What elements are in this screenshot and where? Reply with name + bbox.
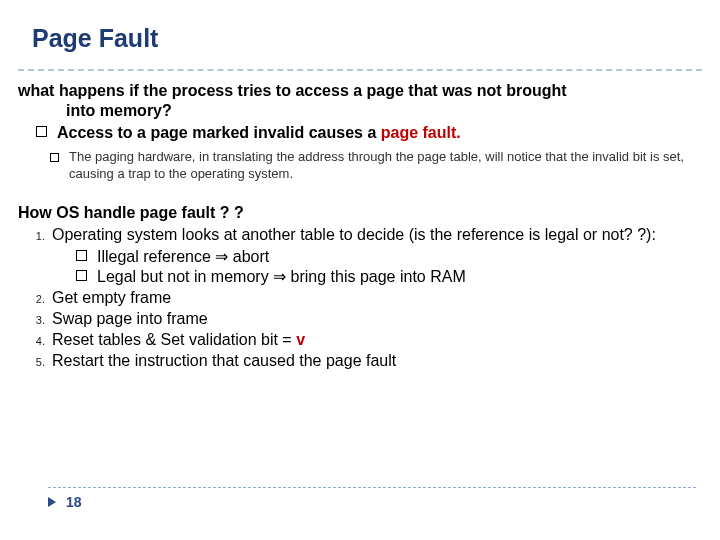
slide: Page Fault what happens if the process t… [0,0,720,540]
access-bullet: Access to a page marked invalid causes a… [36,123,702,143]
step-1b-text: Legal but not in memory ⇒ bring this pag… [97,267,466,287]
page-number: 18 [66,494,82,510]
step-1b: Legal but not in memory ⇒ bring this pag… [76,267,702,287]
step-5: Restart the instruction that caused the … [48,351,702,371]
how-title: How OS handle page fault ? ? [18,203,702,223]
s1b-pre: Legal but not in memory [97,268,273,285]
arrow-icon: ⇒ [273,268,286,285]
step-1-text: Operating system looks at another table … [52,226,656,243]
step-1a-text: Illegal reference ⇒ abort [97,247,269,267]
divider-bottom [48,487,696,488]
square-bullet-icon [36,126,47,137]
page-number-row: 18 [48,494,696,510]
triangle-icon [48,497,56,507]
step-1a: Illegal reference ⇒ abort [76,247,702,267]
step-1: Operating system looks at another table … [48,225,702,287]
s1a-post: abort [228,248,269,265]
steps-list: Operating system looks at another table … [18,225,702,371]
footer: 18 [48,487,696,510]
square-bullet-icon [50,153,59,162]
arrow-icon: ⇒ [215,248,228,265]
page-title: Page Fault [0,0,720,59]
content-area: what happens if the process tries to acc… [0,71,720,371]
step-4: Reset tables & Set validation bit = v [48,330,702,350]
access-highlight: page fault. [381,124,461,141]
s4-pre: Reset tables & Set validation bit = [52,331,296,348]
square-bullet-icon [76,250,87,261]
step-3: Swap page into frame [48,309,702,329]
question-line2: into memory? [66,101,702,121]
sub-note-text: The paging hardware, in translating the … [69,149,702,183]
sub-note-row: The paging hardware, in translating the … [50,149,702,183]
s4-v: v [296,331,305,348]
access-text: Access to a page marked invalid causes a… [57,123,461,143]
s1b-post: bring this page into RAM [286,268,466,285]
question-line1: what happens if the process tries to acc… [18,82,567,99]
square-bullet-icon [76,270,87,281]
access-prefix: Access to a page marked invalid causes a [57,124,381,141]
step-1-sublist: Illegal reference ⇒ abort Legal but not … [76,247,702,287]
step-2: Get empty frame [48,288,702,308]
s1a-pre: Illegal reference [97,248,215,265]
intro-question: what happens if the process tries to acc… [18,81,702,121]
